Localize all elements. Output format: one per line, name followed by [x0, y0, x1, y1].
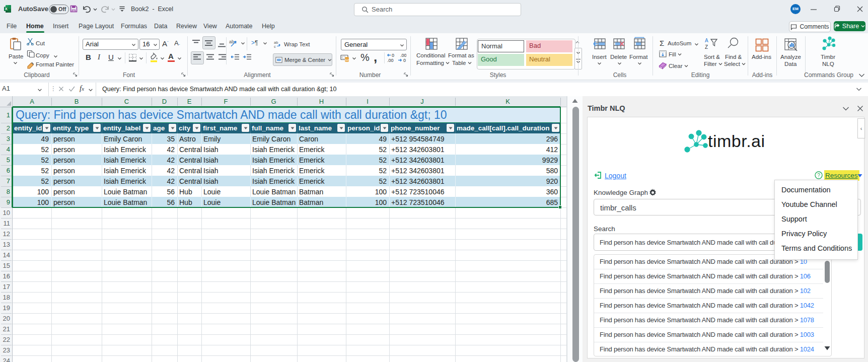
svg-text:.00: .00 — [400, 53, 406, 58]
svg-text:Z: Z — [705, 44, 708, 50]
svg-text:.00: .00 — [387, 58, 394, 62]
svg-text:0: 0 — [403, 58, 406, 62]
svg-text:A: A — [705, 38, 708, 43]
svg-text:?: ? — [817, 173, 820, 178]
svg-text:c: c — [274, 44, 276, 48]
svg-text:0: 0 — [392, 53, 394, 58]
svg-text:X: X — [5, 7, 8, 11]
